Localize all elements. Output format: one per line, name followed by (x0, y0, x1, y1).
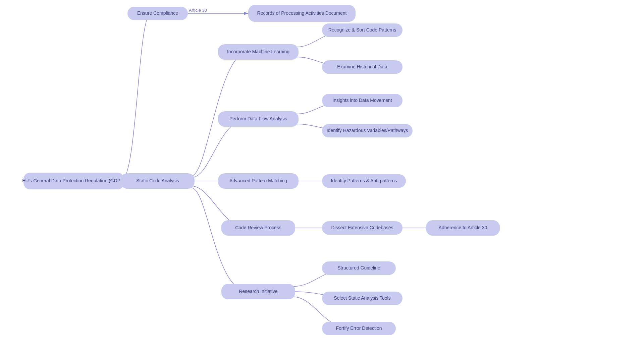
examine-hist-node: Examine Historical Data (322, 60, 402, 74)
fortify-label: Fortify Error Detection (336, 325, 382, 331)
code-review-node: Code Review Process (221, 220, 295, 236)
incorporate-ml-node: Incorporate Machine Learning (218, 44, 299, 60)
select-static-label: Select Static Analysis Tools (334, 295, 390, 301)
identify-haz-node: Identify Hazardous Variables/Pathways (322, 124, 413, 137)
adherence-label: Adherence to Article 30 (439, 225, 487, 230)
incorporate-ml-label: Incorporate Machine Learning (227, 49, 289, 54)
static-code-label: Static Code Analysis (136, 178, 179, 183)
advanced-pm-node: Advanced Pattern Matching (218, 173, 299, 189)
ensure-compliance-node: Ensure Compliance (127, 7, 188, 20)
adherence-node: Adherence to Article 30 (426, 220, 500, 236)
advanced-pm-label: Advanced Pattern Matching (229, 178, 287, 183)
insights-node: Insights into Data Movement (322, 94, 402, 107)
dissect-label: Dissect Extensive Codebases (331, 225, 393, 230)
select-static-node: Select Static Analysis Tools (322, 292, 402, 305)
static-code-node: Static Code Analysis (121, 173, 195, 189)
root-node: EU's General Data Protection Regulation … (22, 173, 125, 189)
article30-edge-label: Article 30 (189, 8, 207, 13)
insights-label: Insights into Data Movement (332, 98, 392, 103)
examine-hist-label: Examine Historical Data (337, 64, 387, 69)
dissect-node: Dissect Extensive Codebases (322, 221, 402, 235)
recognize-sort-node: Recognize & Sort Code Patterns (322, 23, 402, 37)
research-node: Research Initiative (221, 284, 295, 299)
root-label: EU's General Data Protection Regulation … (22, 178, 125, 183)
structured-node: Structured Guideline (322, 261, 396, 275)
identify-patterns-label: Identify Patterns & Anti-patterns (331, 178, 397, 183)
records-node: Records of Processing Activities Documen… (248, 5, 356, 22)
structured-label: Structured Guideline (337, 265, 380, 270)
fortify-node: Fortify Error Detection (322, 322, 396, 335)
identify-patterns-node: Identify Patterns & Anti-patterns (322, 174, 406, 188)
code-review-label: Code Review Process (235, 225, 281, 230)
records-label: Records of Processing Activities Documen… (257, 10, 347, 16)
perform-dfa-node: Perform Data Flow Analysis (218, 111, 299, 127)
perform-dfa-label: Perform Data Flow Analysis (229, 116, 287, 121)
identify-haz-label: Identify Hazardous Variables/Pathways (327, 128, 408, 133)
ensure-compliance-label: Ensure Compliance (137, 10, 178, 16)
research-label: Research Initiative (239, 289, 277, 294)
recognize-sort-label: Recognize & Sort Code Patterns (328, 27, 396, 33)
